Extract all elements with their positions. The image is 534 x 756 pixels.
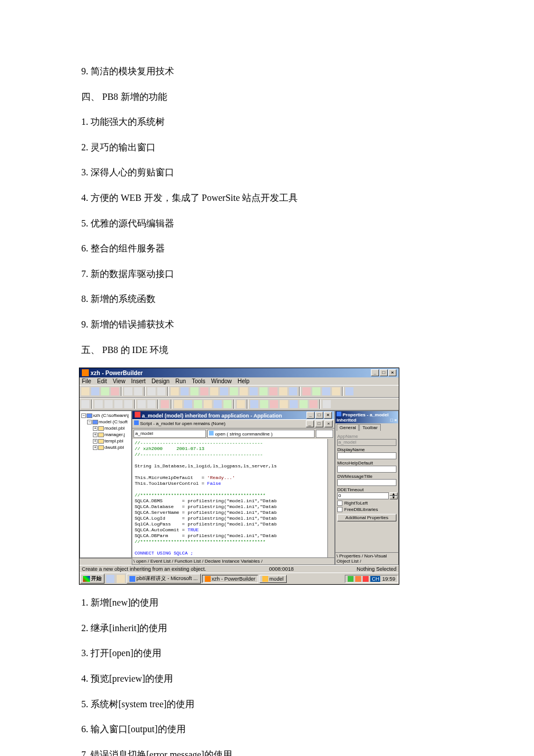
checkbox-icon[interactable] bbox=[337, 501, 342, 506]
code-editor[interactable]: //--------------------------------------… bbox=[132, 439, 327, 557]
minimize-button[interactable]: _ bbox=[371, 369, 379, 376]
tb-struct-icon[interactable] bbox=[249, 387, 258, 396]
script-min-button[interactable]: _ bbox=[306, 420, 314, 427]
child-maximize-button[interactable]: □ bbox=[315, 412, 323, 419]
checkbox-icon[interactable] bbox=[337, 507, 342, 512]
tb-nonvis-icon[interactable] bbox=[309, 399, 318, 409]
tb-help-icon[interactable] bbox=[302, 387, 311, 396]
tb-paste-icon[interactable] bbox=[114, 399, 123, 409]
quicklaunch-desktop-icon[interactable] bbox=[116, 574, 125, 584]
tree-expand-icon[interactable]: + bbox=[93, 426, 98, 431]
tb-layout-icon[interactable] bbox=[322, 399, 331, 409]
field-microhelp[interactable] bbox=[337, 466, 396, 473]
menu-help[interactable]: Help bbox=[237, 378, 250, 384]
tb-dw-icon[interactable] bbox=[170, 387, 179, 396]
tb-save2-icon[interactable] bbox=[81, 399, 90, 409]
tb-struct2-icon[interactable] bbox=[299, 399, 308, 409]
tb-debug-icon[interactable] bbox=[190, 387, 199, 396]
tb-proj-icon[interactable] bbox=[157, 387, 166, 396]
tray-icon-3[interactable] bbox=[363, 576, 369, 582]
tb-script-icon[interactable] bbox=[174, 399, 183, 409]
ancestor-dropdown[interactable] bbox=[316, 430, 333, 438]
field-dde[interactable]: 0 bbox=[337, 492, 389, 499]
tree-label[interactable]: model.pbl bbox=[104, 426, 125, 431]
tb-paint-icon[interactable] bbox=[239, 387, 248, 396]
quicklaunch-ie-icon[interactable] bbox=[106, 574, 115, 584]
tb-browser-icon[interactable] bbox=[250, 399, 259, 409]
tb-prop-icon[interactable] bbox=[259, 399, 269, 409]
tab-general[interactable]: General bbox=[337, 424, 359, 431]
tb-replace-icon[interactable] bbox=[203, 399, 212, 409]
tb-lib-icon[interactable] bbox=[210, 387, 219, 396]
tree-expand-icon[interactable]: + bbox=[93, 433, 98, 437]
maximize-button[interactable]: □ bbox=[380, 369, 388, 376]
tb-cut-icon[interactable] bbox=[94, 399, 103, 409]
tree-label[interactable]: xzh (C:\software\j bbox=[93, 413, 129, 418]
tb-undo-icon[interactable] bbox=[137, 399, 146, 409]
tb-menu-icon[interactable] bbox=[288, 387, 298, 396]
tb-open-icon[interactable] bbox=[91, 387, 100, 396]
tb-browse-icon[interactable] bbox=[331, 387, 341, 396]
tb-pipe-icon[interactable] bbox=[259, 387, 268, 396]
tree-hscrollbar[interactable] bbox=[80, 558, 132, 565]
menu-insert[interactable]: Insert bbox=[131, 378, 146, 384]
child-minimize-button[interactable]: _ bbox=[306, 412, 315, 419]
object-dropdown[interactable]: a_model bbox=[134, 430, 206, 438]
tb-window-icon[interactable] bbox=[124, 387, 133, 396]
editor-title[interactable]: a_model (model) inherited from applicati… bbox=[132, 411, 334, 419]
menu-view[interactable]: View bbox=[113, 378, 125, 384]
tree-expand-icon[interactable]: + bbox=[93, 445, 98, 450]
menu-design[interactable]: Design bbox=[151, 378, 169, 384]
tray-icon-2[interactable] bbox=[355, 576, 361, 582]
system-tree[interactable]: −xzh (C:\software\j −model (C:\soft +mod… bbox=[80, 411, 132, 558]
tb-vars-icon[interactable] bbox=[289, 399, 298, 409]
properties-tabs[interactable]: General Toolbar bbox=[335, 423, 398, 431]
tray-icon-1[interactable] bbox=[348, 576, 353, 582]
tb-db-icon[interactable] bbox=[219, 387, 229, 396]
menu-window[interactable]: Window bbox=[211, 378, 232, 384]
tree-label[interactable]: model (C:\soft bbox=[99, 419, 128, 424]
system-tray[interactable]: CH 19:59 bbox=[345, 575, 398, 583]
tb-uncomment-icon[interactable] bbox=[223, 399, 232, 409]
taskbar-item-pb[interactable]: xzh - PowerBuilder bbox=[202, 575, 259, 583]
script-close-button[interactable]: × bbox=[324, 420, 333, 427]
close-button[interactable]: × bbox=[388, 369, 396, 376]
tree-label[interactable]: dwutil.pbl bbox=[104, 445, 124, 450]
taskbar-item-folder[interactable]: model bbox=[259, 575, 287, 583]
spinner-down-icon[interactable]: ▾ bbox=[389, 496, 398, 499]
tb-compile-icon[interactable] bbox=[236, 399, 246, 409]
ime-indicator[interactable]: CH bbox=[370, 576, 380, 582]
taskbar-item-word[interactable]: pb8课程讲义 - Microsoft ... bbox=[127, 574, 201, 584]
tb-redo-icon[interactable] bbox=[147, 399, 156, 409]
event-dropdown[interactable]: open ( string commandline ) bbox=[207, 430, 315, 438]
editor-tabs[interactable]: \ open / Event List / Function List / De… bbox=[132, 557, 334, 564]
tb-todo-icon[interactable] bbox=[322, 387, 331, 396]
field-displayname[interactable] bbox=[337, 452, 396, 459]
tree-label[interactable]: templ.pbl bbox=[104, 438, 123, 444]
tb-goto-icon[interactable] bbox=[183, 399, 193, 409]
properties-title[interactable]: Properties - a_model inherited □ × bbox=[335, 411, 398, 423]
tb-run-icon[interactable] bbox=[180, 387, 189, 396]
tb-exit-icon[interactable] bbox=[345, 387, 354, 396]
menu-tools[interactable]: Tools bbox=[192, 378, 205, 384]
tb-funcs-icon[interactable] bbox=[279, 399, 288, 409]
child-close-button[interactable]: × bbox=[324, 412, 332, 419]
tb-web-icon[interactable] bbox=[312, 387, 321, 396]
tree-collapse-icon[interactable]: − bbox=[87, 420, 92, 424]
tb-build-icon[interactable] bbox=[200, 387, 209, 396]
checkbox-freedb[interactable]: FreeDBLibraries bbox=[337, 507, 396, 512]
menu-file[interactable]: File bbox=[82, 378, 91, 384]
tb-comment-icon[interactable] bbox=[213, 399, 222, 409]
script-max-button[interactable]: □ bbox=[315, 420, 323, 427]
clock[interactable]: 19:59 bbox=[382, 576, 395, 582]
tb-app-icon[interactable] bbox=[147, 387, 156, 396]
tb-func-icon[interactable] bbox=[279, 387, 288, 396]
editor-vscrollbar[interactable] bbox=[327, 439, 334, 557]
titlebar[interactable]: xzh - PowerBuilder _ □ × bbox=[80, 368, 399, 377]
tb-inherit-icon[interactable] bbox=[110, 387, 120, 396]
tb-copy-icon[interactable] bbox=[104, 399, 113, 409]
tb-query-icon[interactable] bbox=[269, 387, 278, 396]
checkbox-rtl[interactable]: RightToLeft bbox=[337, 501, 396, 506]
additional-properties-button[interactable]: Additional Properties bbox=[337, 514, 396, 521]
field-dwmsg[interactable] bbox=[337, 479, 396, 486]
